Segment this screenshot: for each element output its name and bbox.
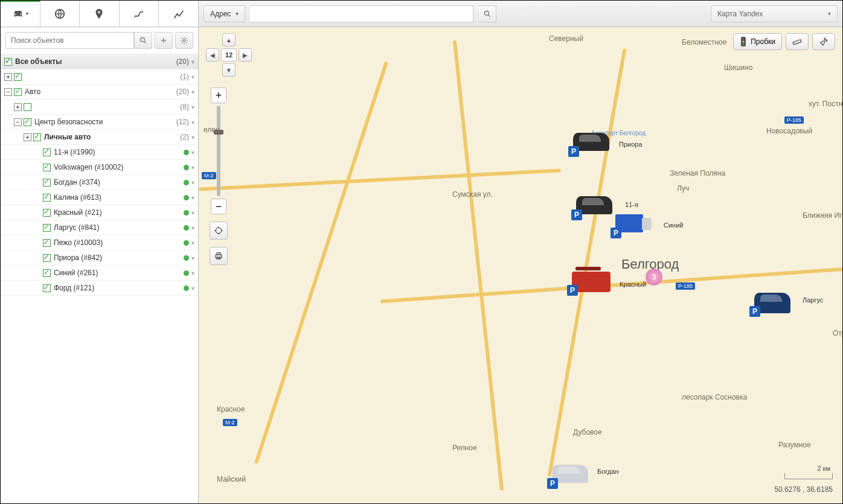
search-button[interactable] bbox=[134, 32, 152, 49]
checkbox[interactable] bbox=[43, 164, 51, 171]
svg-point-10 bbox=[743, 41, 745, 43]
checkbox[interactable] bbox=[43, 269, 51, 277]
map-place-label: Майский bbox=[217, 475, 246, 483]
chevron-down-icon[interactable]: ▾ bbox=[191, 119, 194, 126]
chevron-down-icon[interactable]: ▾ bbox=[191, 89, 194, 95]
chevron-down-icon[interactable]: ▾ bbox=[191, 134, 194, 141]
vehicle-marker[interactable]: P bbox=[573, 133, 609, 151]
tree-item-label: Богдан (#374) bbox=[54, 178, 184, 187]
expand-toggle[interactable]: + bbox=[24, 133, 31, 141]
map-place-label: Репное bbox=[452, 444, 477, 452]
checkbox[interactable] bbox=[24, 103, 31, 111]
zoom-out-button[interactable]: − bbox=[211, 199, 226, 214]
checkbox[interactable] bbox=[43, 239, 51, 247]
checkbox[interactable] bbox=[43, 148, 51, 156]
time-prev-button[interactable]: ◀ bbox=[206, 48, 219, 62]
tree-row[interactable]: Синий (#261)▾ bbox=[1, 266, 198, 281]
time-down-button[interactable]: ▼ bbox=[222, 63, 236, 77]
chevron-down-icon[interactable]: ▾ bbox=[191, 164, 194, 171]
chevron-down-icon[interactable]: ▾ bbox=[191, 179, 194, 186]
settings-button[interactable] bbox=[175, 32, 193, 49]
tab-objects[interactable]: ▾ bbox=[1, 1, 40, 27]
tree-row[interactable]: Богдан (#374)▾ bbox=[1, 175, 198, 190]
search-input[interactable] bbox=[5, 32, 134, 49]
chevron-down-icon[interactable]: ▾ bbox=[191, 74, 194, 80]
expand-toggle[interactable]: + bbox=[14, 103, 22, 111]
address-type-select[interactable]: Адрес bbox=[204, 5, 245, 22]
checkbox[interactable] bbox=[24, 118, 31, 126]
tree-row[interactable]: −Авто(20)▾ bbox=[1, 85, 198, 100]
tree-row[interactable]: +(1)▾ bbox=[1, 69, 198, 85]
zoom-in-button[interactable]: + bbox=[211, 88, 226, 103]
traffic-button[interactable]: Пробки bbox=[733, 33, 782, 50]
time-up-button[interactable]: ▲ bbox=[222, 33, 236, 46]
chevron-down-icon[interactable]: ▾ bbox=[191, 270, 194, 276]
ruler-button[interactable] bbox=[786, 33, 809, 50]
vehicle-marker[interactable]: P bbox=[576, 196, 612, 214]
vehicle-label: Красный bbox=[620, 281, 646, 288]
tree-row[interactable]: 11-я (#1990)▾ bbox=[1, 145, 198, 160]
checkbox-all[interactable] bbox=[4, 58, 12, 66]
tab-geozones[interactable] bbox=[40, 1, 80, 27]
clear-button[interactable] bbox=[812, 33, 835, 50]
checkbox[interactable] bbox=[33, 133, 41, 141]
parking-icon: P bbox=[749, 306, 760, 317]
address-input[interactable] bbox=[250, 5, 473, 22]
chevron-down-icon[interactable]: ▾ bbox=[191, 225, 194, 231]
crosshair-icon bbox=[214, 226, 223, 235]
tab-reports[interactable] bbox=[159, 1, 198, 27]
map-provider-select[interactable]: Карта Yandex bbox=[711, 5, 838, 22]
tree-row[interactable]: +Личные авто(2)▾ bbox=[1, 130, 198, 145]
vehicle-marker[interactable]: P bbox=[572, 272, 611, 292]
time-next-button[interactable]: ▶ bbox=[239, 48, 252, 62]
chevron-down-icon[interactable]: ▾ bbox=[191, 149, 194, 156]
tree-row[interactable]: Красный (#21)▾ bbox=[1, 205, 198, 220]
expand-toggle[interactable]: + bbox=[4, 73, 12, 81]
checkbox[interactable] bbox=[43, 224, 51, 232]
locate-button[interactable] bbox=[210, 222, 228, 240]
expand-toggle[interactable]: − bbox=[14, 118, 22, 126]
tree-row[interactable]: Приора (#842)▾ bbox=[1, 250, 198, 266]
checkbox[interactable] bbox=[43, 254, 51, 262]
chevron-down-icon[interactable]: ▾ bbox=[191, 194, 194, 201]
checkbox[interactable] bbox=[43, 284, 51, 292]
address-search-button[interactable] bbox=[478, 5, 496, 22]
globe-icon bbox=[53, 7, 66, 21]
checkbox[interactable] bbox=[43, 194, 51, 202]
print-button[interactable] bbox=[210, 247, 228, 265]
vehicle-marker[interactable]: P bbox=[615, 214, 643, 232]
tab-poi[interactable] bbox=[80, 1, 120, 27]
time-value: 12 bbox=[221, 48, 237, 62]
expand-toggle[interactable]: − bbox=[4, 88, 12, 96]
chevron-down-icon[interactable]: ▾ bbox=[191, 209, 194, 216]
zoom-slider[interactable] bbox=[217, 106, 220, 196]
checkbox[interactable] bbox=[43, 209, 51, 217]
checkbox[interactable] bbox=[14, 88, 22, 96]
checkbox[interactable] bbox=[43, 179, 51, 187]
chevron-down-icon[interactable]: ▾ bbox=[191, 104, 194, 110]
tree-row[interactable]: Ларгус (#841)▾ bbox=[1, 220, 198, 235]
vehicle-marker[interactable]: P bbox=[754, 293, 790, 313]
chevron-down-icon[interactable]: ▾ bbox=[191, 255, 194, 261]
checkbox[interactable] bbox=[14, 73, 22, 81]
chevron-down-icon[interactable]: ▾ bbox=[191, 59, 194, 65]
map[interactable]: ▲ ◀ 12 ▶ ▼ + − Пробки 2 bbox=[199, 27, 842, 503]
tab-tracks[interactable] bbox=[120, 1, 159, 27]
tree-item-label: Форд (#121) bbox=[54, 284, 184, 292]
tree-row[interactable]: +(8)▾ bbox=[1, 100, 198, 115]
cluster-marker[interactable]: 3 bbox=[646, 269, 662, 285]
tree-row[interactable]: Калина (#613)▾ bbox=[1, 190, 198, 205]
tree-row[interactable]: Volkswagen (#10002)▾ bbox=[1, 160, 198, 175]
vehicle-marker[interactable]: P bbox=[552, 465, 588, 483]
tree-row[interactable]: Форд (#121)▾ bbox=[1, 281, 198, 296]
add-button[interactable] bbox=[155, 32, 173, 49]
svg-point-2 bbox=[183, 39, 185, 42]
tree-item-label: Красный (#21) bbox=[54, 208, 184, 217]
chevron-down-icon[interactable]: ▾ bbox=[191, 285, 194, 292]
chevron-down-icon[interactable]: ▾ bbox=[191, 240, 194, 246]
tree-row[interactable]: Пежо (#10003)▾ bbox=[1, 235, 198, 250]
tree-row[interactable]: −Центр безопасности(12)▾ bbox=[1, 115, 198, 130]
tree-header[interactable]: Все объекты (20) ▾ bbox=[1, 54, 198, 69]
tree-item-label: Приора (#842) bbox=[54, 254, 184, 262]
parking-icon: P bbox=[567, 285, 578, 296]
